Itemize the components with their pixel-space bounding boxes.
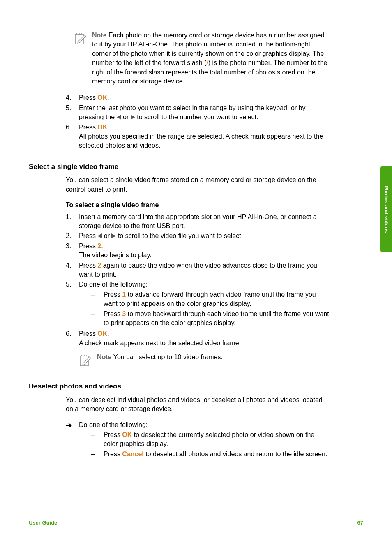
text: Press [79,94,97,101]
note-icon [74,31,86,46]
text: again to pause the video when the video … [79,262,317,278]
page-footer: User Guide 67 [29,519,363,527]
note-label: Note [97,354,112,360]
text: The video begins to play. [79,251,330,260]
text: Press [79,330,97,337]
text: Press [104,310,122,317]
list-number: 2. [66,231,79,240]
right-arrow-icon [111,233,116,238]
footer-left: User Guide [29,519,57,527]
intro-text: You can select a single video frame stor… [66,176,330,194]
list-item: ➔ Do one of the following: – Press OK to… [66,421,330,460]
text: Press [79,124,97,131]
key-1: 1 [122,291,126,298]
text: Press [104,431,122,438]
sub-list-item: – Press Cancel to deselect all photos an… [79,450,330,459]
text: to scroll to the number you want to sele… [135,113,258,120]
text: All photos you specified in the range ar… [79,132,330,150]
list-item: 3. Press 2. The video begins to play. [66,242,330,260]
list-item: 6. Press OK. A check mark appears next t… [66,329,330,348]
list-number: 6. [66,123,79,150]
left-arrow-icon [97,233,102,238]
list-number: 4. [66,93,79,102]
text: to scroll to the video file you want to … [116,232,243,239]
list-item: 5. Do one of the following: – Press 1 to… [66,280,330,328]
list-number: 1. [66,213,79,231]
page-content: Note Each photo on the memory card or st… [0,0,392,477]
ok-key: OK [97,94,107,101]
text: . [101,243,103,250]
list-item: 4. Press OK. [66,93,330,102]
ok-key: OK [97,330,107,337]
text: to deselect [144,451,179,458]
text: Press [79,243,97,250]
text: Press [79,232,97,239]
deselect-list: ➔ Do one of the following: – Press OK to… [66,421,330,460]
text: A check mark appears next to the selecte… [79,339,330,348]
dash: – [91,450,104,459]
list-number: 5. [66,104,79,122]
note-text: Note You can select up to 10 video frame… [97,353,330,367]
key-2: 2 [97,262,101,269]
left-arrow-icon [117,115,121,120]
text: to deselect the currently selected photo… [104,431,314,447]
sub-list: – Press 1 to advance forward through eac… [79,290,330,328]
list-item: 4. Press 2 again to pause the video when… [66,261,330,280]
list-item: 2. Press or to scroll to the video file … [66,231,330,240]
intro-text: You can deselect individual photos and v… [66,395,330,414]
note-label: Note [92,32,107,39]
text: Do one of the following: [79,280,330,289]
key-3: 3 [122,310,126,317]
page-number: 67 [357,519,363,527]
note-text: Note Each photo on the memory card or st… [92,31,330,86]
text: Press [79,262,97,269]
sub-list-item: – Press 1 to advance forward through eac… [79,290,330,309]
text: . [107,330,109,337]
list-item: 5. Enter the last photo you want to sele… [66,104,330,122]
right-arrow-icon [131,115,135,120]
text: Press [104,451,122,458]
ordered-list-video: 1. Insert a memory card into the appropr… [66,213,330,348]
ordered-list-continue: 4. Press OK. 5. Enter the last photo you… [66,93,330,150]
text: or [102,232,111,239]
list-number: 5. [66,280,79,328]
list-number: 6. [66,329,79,348]
note-body: You can select up to 10 video frames. [113,354,223,360]
subheading: To select a single video frame [66,201,330,210]
note-icon [79,353,91,367]
dash: – [91,310,104,328]
text: Do one of the following: [79,421,330,430]
sub-list-item: – Press 3 to move backward through each … [79,310,330,328]
arrow-bullet-icon: ➔ [66,421,79,460]
note-block: Note Each photo on the memory card or st… [74,31,330,86]
list-number: 4. [66,261,79,280]
text: to advance forward through each video fr… [104,291,316,307]
list-number: 3. [66,242,79,260]
ok-key: OK [97,124,107,131]
list-item: 1. Insert a memory card into the appropr… [66,213,330,231]
side-tab: Photos and videos [380,166,392,252]
sub-list-item: – Press OK to deselect the currently sel… [79,430,330,449]
text: . [107,124,109,131]
ok-key: OK [122,431,132,438]
key-2: 2 [97,243,101,250]
text: or [121,113,131,120]
text: photos and videos and return to the idle… [187,451,327,458]
note-block: Note You can select up to 10 video frame… [79,353,330,367]
text: . [107,94,109,101]
text: Press [104,291,122,298]
bold-all: all [179,451,187,458]
text: Insert a memory card into the appropriat… [79,213,330,231]
dash: – [91,290,104,309]
heading-video-frame: Select a single video frame [29,162,363,172]
text: to move backward through each video fram… [104,310,329,326]
sub-list: – Press OK to deselect the currently sel… [79,430,330,459]
heading-deselect: Deselect photos and videos [29,381,363,391]
cancel-key: Cancel [122,451,143,458]
dash: – [91,430,104,449]
list-item: 6. Press OK. All photos you specified in… [66,123,330,150]
